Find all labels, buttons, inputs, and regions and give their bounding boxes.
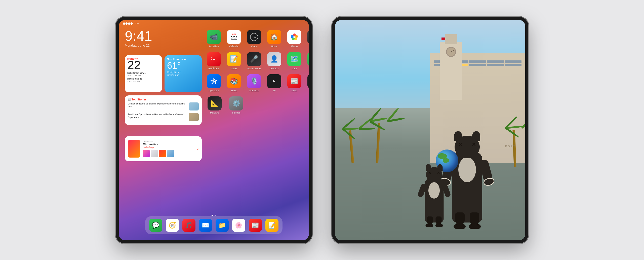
dock-mail[interactable]: ✉️ <box>199 219 212 232</box>
kaws-leg-l <box>455 212 465 225</box>
window <box>469 60 486 63</box>
calendar-icon: MON 22 <box>227 30 241 44</box>
dock-notes[interactable]: 📝 <box>265 219 278 232</box>
window <box>505 60 521 63</box>
frond <box>359 128 375 130</box>
kaws-small-ear-l <box>426 164 431 171</box>
app-home-label: Home <box>271 45 277 48</box>
reminders-icon <box>207 52 221 66</box>
measure-icon: 📐 <box>208 96 222 110</box>
ar-scene: ✕ ✕ <box>335 20 525 240</box>
app-news-label: News <box>292 89 297 92</box>
album-mini-3 <box>159 150 166 157</box>
app-podcasts[interactable]: 🎙️ Podcasts <box>247 74 261 92</box>
window <box>469 64 486 66</box>
album-mini-2 <box>151 150 158 157</box>
app-findmy[interactable]: 📍 Find My <box>307 52 309 70</box>
news-icon: 📰 <box>287 74 301 88</box>
cal-event1: Kickoff meeting wi... <box>127 72 159 74</box>
ar-clock-tower <box>440 42 462 100</box>
music-note-icon: ♪ <box>197 146 199 151</box>
music-app-name: Chromatica <box>143 140 194 142</box>
widget-weather[interactable]: San Francisco 61° Mostly Sunny H:70° L:8… <box>165 55 202 92</box>
app-books[interactable]: 📚 Books <box>227 74 241 92</box>
svg-text:A: A <box>213 79 215 83</box>
kaws-small-eye-r: ✕ <box>437 171 440 175</box>
dock-music[interactable]: 🎵 <box>182 219 195 232</box>
settings-icon: ⚙️ <box>229 96 243 110</box>
dock-photos[interactable]: 🌸 <box>232 219 245 232</box>
kaws-eye-x-right: ✕ <box>472 142 476 147</box>
app-voice-label: Voice Memos <box>247 67 261 70</box>
news-item-1: Climate concerns as Siberia experiences … <box>128 102 199 110</box>
home-screen-bg[interactable]: ⬤⬤⬤⬤ 100% 9:41 Monday, June 22 MONDAY 22… <box>119 20 309 240</box>
news-divider <box>128 112 199 112</box>
app-notes[interactable]: 📝 Notes <box>227 52 241 70</box>
app-photos-label: Photos <box>291 45 298 48</box>
app-maps-label: Maps <box>292 67 297 70</box>
kaws-foot-l <box>454 224 466 229</box>
app-maps[interactable]: 🗺️ Maps <box>287 52 301 70</box>
news-item-2: Traditional Sports Look to Gamers to Res… <box>128 113 199 121</box>
tv-icon: tv <box>267 74 281 88</box>
kaws-leg-r <box>470 212 479 225</box>
app-camera[interactable]: 📷 Camera <box>307 30 309 48</box>
widget-calendar[interactable]: MONDAY 22 Kickoff meeting wi... 10:30 - … <box>125 55 162 92</box>
dock-files[interactable]: 📁 <box>216 219 229 232</box>
app-clock-label: Clock <box>251 45 257 48</box>
app-calendar-label: Calendar <box>229 45 239 48</box>
kaws-small-body <box>425 178 444 222</box>
kaws-small-leg-r <box>435 216 441 225</box>
window <box>487 64 504 66</box>
clock-face <box>446 47 456 57</box>
ar-palm-2 <box>377 123 379 163</box>
dock-safari[interactable]: 🧭 <box>166 219 179 232</box>
widget-news[interactable]: 📰 Top Stories Climate concerns as Siberi… <box>125 95 202 125</box>
weather-range: H:70° L:83° <box>167 74 199 77</box>
widgets-row: MONDAY 22 Kickoff meeting wi... 10:30 - … <box>125 55 202 92</box>
app-measure[interactable]: 📐 Measure <box>207 96 222 114</box>
kaws-small-ear-r <box>437 164 442 171</box>
left-ipad-screen: ⬤⬤⬤⬤ 100% 9:41 Monday, June 22 MONDAY 22… <box>119 20 309 240</box>
right-ipad: ✕ ✕ <box>332 17 528 243</box>
app-calendar[interactable]: MON 22 Calendar <box>227 30 241 48</box>
app-facetime[interactable]: 📹 FaceTime <box>207 30 221 48</box>
app-news[interactable]: 📰 News <box>287 74 301 92</box>
app-measure-label: Measure <box>210 112 219 114</box>
svg-rect-12 <box>213 58 216 58</box>
app-facetime-label: FaceTime <box>209 45 219 48</box>
app-row-1: 📹 FaceTime MON 22 Calendar <box>207 30 303 48</box>
dock-messages[interactable]: 💬 <box>149 219 162 232</box>
cal-event2-time: 3:30 - 2:15 PM <box>127 80 159 83</box>
app-clock[interactable]: Clock <box>247 30 261 48</box>
appstore-svg: A <box>210 77 218 85</box>
app-home[interactable]: 🏠 Home <box>267 30 281 48</box>
app-stocks[interactable]: Stocks <box>307 74 309 92</box>
music-artist: Lady Gaga <box>143 146 194 148</box>
kaws-belly <box>458 157 476 182</box>
app-settings[interactable]: ⚙️ Settings <box>228 96 244 114</box>
app-podcasts-label: Podcasts <box>249 89 259 92</box>
notes-icon: 📝 <box>227 52 241 66</box>
window <box>487 60 504 63</box>
maps-icon: 🗺️ <box>287 52 301 66</box>
kaws-small-head: ✕ ✕ <box>426 167 442 182</box>
app-reminders[interactable]: Reminders <box>207 52 221 70</box>
kaws-eye-x-left: ✕ <box>458 142 463 147</box>
home-icon: 🏠 <box>267 30 281 44</box>
clock-time: 9:41 <box>125 29 152 43</box>
clock-svg <box>250 33 258 41</box>
news-thumb1 <box>189 102 199 110</box>
findmy-icon: 📍 <box>307 52 309 66</box>
app-appstore[interactable]: A App Store <box>207 74 221 92</box>
dock-news[interactable]: 📰 <box>249 219 262 232</box>
app-contacts[interactable]: 👤 Contacts <box>267 52 281 70</box>
music-title: Chromatica <box>143 143 194 146</box>
svg-point-3 <box>254 36 255 38</box>
app-tv[interactable]: tv TV <box>267 74 281 92</box>
app-photos[interactable]: Photos <box>287 30 301 48</box>
app-voice-memos[interactable]: 🎤 Voice Memos <box>247 52 261 70</box>
widget-music[interactable]: Chromatica Chromatica Lady Gaga ♪ <box>125 136 202 161</box>
kaws-ear-right <box>472 131 480 141</box>
left-ipad: ⬤⬤⬤⬤ 100% 9:41 Monday, June 22 MONDAY 22… <box>116 17 312 243</box>
